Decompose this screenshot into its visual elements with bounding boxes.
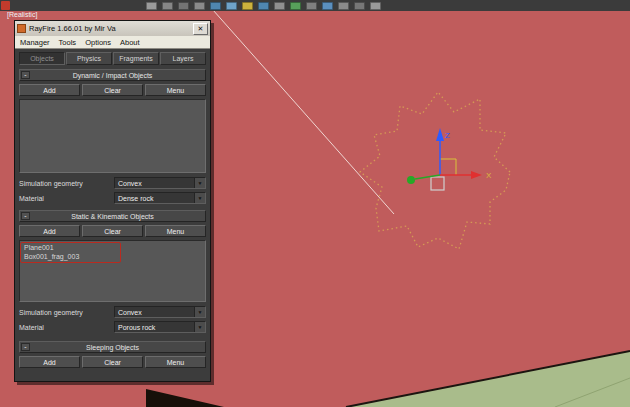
select-and-scale-icon[interactable] (242, 2, 253, 10)
screenshot-root: Z X [Realistic] (0, 0, 630, 407)
select-and-rotate-icon[interactable] (226, 2, 237, 10)
plane-edge-line (213, 10, 394, 214)
angle-snap-icon[interactable] (322, 2, 333, 10)
window-title: RayFire 1.66.01 by Mir Va (29, 24, 190, 33)
section-header-static-kinematic[interactable]: - Static & Kinematic Objects (19, 210, 206, 222)
close-button[interactable]: ✕ (193, 23, 208, 35)
add-button[interactable]: Add (19, 225, 80, 237)
axis-x-arrow[interactable] (471, 171, 482, 179)
add-button[interactable]: Add (19, 84, 80, 96)
menu-button[interactable]: Menu (145, 84, 206, 96)
main-toolbar (0, 0, 630, 11)
static-buttons: Add Clear Menu (19, 225, 206, 237)
clear-button[interactable]: Clear (82, 225, 143, 237)
field-label: Material (19, 195, 114, 202)
combo-value: Convex (115, 180, 194, 187)
crossing-selection-icon[interactable] (194, 2, 205, 10)
gizmo-center-square[interactable] (431, 177, 444, 190)
combo-value: Convex (115, 309, 194, 316)
simulation-geometry-select[interactable]: Convex ▼ (114, 306, 206, 318)
simulation-geometry-select[interactable]: Convex ▼ (114, 177, 206, 189)
field-label: Material (19, 324, 114, 331)
menu-button[interactable]: Menu (145, 225, 206, 237)
close-icon: ✕ (198, 25, 204, 32)
field-label: Simulation geometry (19, 309, 114, 316)
viewport-shading-label[interactable]: [Realistic] (7, 11, 37, 18)
list-item[interactable]: Plane001 (21, 243, 120, 252)
select-by-name-icon[interactable] (162, 2, 173, 10)
snap-toggle-icon[interactable] (306, 2, 317, 10)
material-select[interactable]: Dense rock ▼ (114, 192, 206, 204)
menu-button[interactable]: Menu (145, 356, 206, 368)
select-and-move-icon[interactable] (210, 2, 221, 10)
dynamic-objects-list[interactable] (19, 99, 206, 173)
rectangle-selection-icon[interactable] (178, 2, 189, 10)
axis-z-label: Z (445, 131, 450, 140)
menu-item-options[interactable]: Options (85, 38, 111, 47)
field-label: Simulation geometry (19, 180, 114, 187)
material-select[interactable]: Porous rock ▼ (114, 321, 206, 333)
dynamic-buttons: Add Clear Menu (19, 84, 206, 96)
void-corner (146, 389, 224, 407)
clear-button[interactable]: Clear (82, 84, 143, 96)
reference-coordinate-system-icon[interactable] (258, 2, 269, 10)
tab-objects[interactable]: Objects (19, 52, 65, 65)
annotation-highlight: Plane001 Box001_frag_003 (20, 242, 121, 263)
tab-bar: Objects Physics Fragments Layers (19, 52, 206, 65)
section-title: Static & Kinematic Objects (71, 213, 153, 220)
gizmo-plane-handle[interactable] (440, 159, 456, 175)
sleeping-buttons: Add Clear Menu (19, 356, 206, 368)
section-header-dynamic-impact[interactable]: - Dynamic / Impact Objects (19, 69, 206, 81)
objects-panel: Objects Physics Fragments Layers - Dynam… (15, 49, 210, 381)
transform-gizmo[interactable]: Z X (407, 128, 492, 190)
toolbar-icon-row (146, 2, 381, 10)
menu-item-about[interactable]: About (120, 38, 140, 47)
use-pivot-point-icon[interactable] (274, 2, 285, 10)
axis-x-label: X (486, 171, 492, 180)
combo-value: Porous rock (115, 324, 194, 331)
clear-button[interactable]: Clear (82, 356, 143, 368)
select-object-icon[interactable] (146, 2, 157, 10)
section-title: Dynamic / Impact Objects (73, 72, 153, 79)
tab-layers[interactable]: Layers (160, 52, 206, 65)
list-item[interactable]: Box001_frag_003 (21, 252, 120, 261)
chevron-down-icon: ▼ (194, 322, 205, 332)
axis-z-arrow[interactable] (436, 128, 444, 141)
collapse-button[interactable]: - (21, 71, 30, 79)
axis-y-handle[interactable] (407, 176, 415, 184)
collapse-button[interactable]: - (21, 212, 30, 220)
editor-icon[interactable] (1, 1, 10, 10)
chevron-down-icon: ▼ (194, 178, 205, 188)
section-title: Sleeping Objects (86, 344, 139, 351)
combo-value: Dense rock (115, 195, 194, 202)
menu-item-manager[interactable]: Manager (20, 38, 50, 47)
collapse-button[interactable]: - (21, 343, 30, 351)
tab-physics[interactable]: Physics (66, 52, 112, 65)
chevron-down-icon: ▼ (194, 307, 205, 317)
menubar: Manager Tools Options About (15, 36, 210, 49)
titlebar[interactable]: RayFire 1.66.01 by Mir Va ✕ (15, 21, 210, 36)
rayfire-window: RayFire 1.66.01 by Mir Va ✕ Manager Tool… (14, 20, 211, 382)
chevron-down-icon: ▼ (194, 193, 205, 203)
align-icon[interactable] (370, 2, 381, 10)
menu-item-tools[interactable]: Tools (59, 38, 77, 47)
mirror-icon[interactable] (354, 2, 365, 10)
rayfire-app-icon (17, 24, 26, 33)
add-button[interactable]: Add (19, 356, 80, 368)
tab-fragments[interactable]: Fragments (113, 52, 159, 65)
select-and-manipulate-icon[interactable] (290, 2, 301, 10)
section-header-sleeping[interactable]: - Sleeping Objects (19, 341, 206, 353)
percent-snap-icon[interactable] (338, 2, 349, 10)
static-objects-list[interactable]: Plane001 Box001_frag_003 (19, 240, 206, 302)
